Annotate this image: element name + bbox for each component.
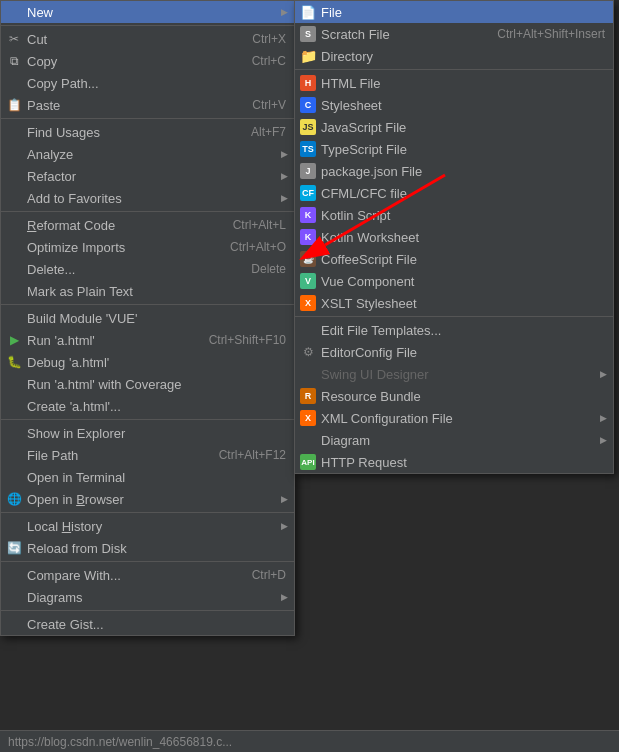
menu-item-coverage[interactable]: Run 'a.html' with Coverage — [1, 373, 294, 395]
sub-item-jsonfile[interactable]: J package.json File — [295, 160, 613, 182]
menu-item-analyze[interactable]: Analyze — [1, 143, 294, 165]
gist-icon — [5, 615, 23, 633]
sub-item-kotlinworksheet[interactable]: K Kotlin Worksheet — [295, 226, 613, 248]
menu-item-localhistory[interactable]: Local History — [1, 515, 294, 537]
sub-item-editorconfigfile[interactable]: ⚙ EditorConfig File — [295, 341, 613, 363]
menu-item-creategist[interactable]: Create Gist... — [1, 613, 294, 635]
menu-item-delete[interactable]: Delete... Delete — [1, 258, 294, 280]
separator-3 — [1, 211, 294, 212]
markplain-icon — [5, 282, 23, 300]
json-icon: J — [299, 162, 317, 180]
sub-item-stylesheet[interactable]: C Stylesheet — [295, 94, 613, 116]
sub-item-cfmlfile[interactable]: CF CFML/CFC file — [295, 182, 613, 204]
status-url: https://blog.csdn.net/wenlin_46656819.c.… — [8, 735, 232, 749]
copy-icon: ⧉ — [5, 52, 23, 70]
sub-item-vuecomponent[interactable]: V Vue Component — [295, 270, 613, 292]
vue-icon: V — [299, 272, 317, 290]
sub-label-xmlconfigfile: XML Configuration File — [321, 411, 453, 426]
separator-4 — [1, 304, 294, 305]
menu-item-diagrams[interactable]: Diagrams — [1, 586, 294, 608]
menu-item-debug[interactable]: 🐛 Debug 'a.html' — [1, 351, 294, 373]
menu-label-analyze: Analyze — [27, 147, 73, 162]
shortcut-optimize: Ctrl+Alt+O — [210, 240, 286, 254]
sub-label-htmlfile: HTML File — [321, 76, 380, 91]
menu-item-run[interactable]: ▶ Run 'a.html' Ctrl+Shift+F10 — [1, 329, 294, 351]
sub-item-directory[interactable]: 📁 Directory — [295, 45, 613, 67]
coverage-icon — [5, 375, 23, 393]
menu-item-openinterminal[interactable]: Open in Terminal — [1, 466, 294, 488]
sub-label-editorconfigfile: EditorConfig File — [321, 345, 417, 360]
shortcut-filepath: Ctrl+Alt+F12 — [199, 448, 286, 462]
sub-item-jsfile[interactable]: JS JavaScript File — [295, 116, 613, 138]
sub-item-editfiletemplates[interactable]: Edit File Templates... — [295, 319, 613, 341]
reformat-icon — [5, 216, 23, 234]
sub-item-swinguidesigner[interactable]: Swing UI Designer — [295, 363, 613, 385]
sub-item-kotlinscript[interactable]: K Kotlin Script — [295, 204, 613, 226]
menu-item-addtofavorites[interactable]: Add to Favorites — [1, 187, 294, 209]
sub-item-tsfile[interactable]: TS TypeScript File — [295, 138, 613, 160]
sub-item-coffeescript[interactable]: ☕ CoffeeScript File — [295, 248, 613, 270]
refactor-icon — [5, 167, 23, 185]
menu-item-comparewith[interactable]: Compare With... Ctrl+D — [1, 564, 294, 586]
xslt-icon: X — [299, 294, 317, 312]
menu-item-findusages[interactable]: Find Usages Alt+F7 — [1, 121, 294, 143]
status-bar: https://blog.csdn.net/wenlin_46656819.c.… — [0, 730, 619, 752]
menu-item-showinexplorer[interactable]: Show in Explorer — [1, 422, 294, 444]
sub-item-diagram[interactable]: Diagram — [295, 429, 613, 451]
sub-label-scratchfile: Scratch File — [321, 27, 390, 42]
menu-label-openinterminal: Open in Terminal — [27, 470, 125, 485]
menu-item-markplaintext[interactable]: Mark as Plain Text — [1, 280, 294, 302]
menu-label-cut: Cut — [27, 32, 47, 47]
sub-label-kotlinworksheet: Kotlin Worksheet — [321, 230, 419, 245]
shortcut-delete: Delete — [231, 262, 286, 276]
menu-item-optimizeimports[interactable]: Optimize Imports Ctrl+Alt+O — [1, 236, 294, 258]
menu-item-refactor[interactable]: Refactor — [1, 165, 294, 187]
sub-separator-2 — [295, 316, 613, 317]
terminal-icon — [5, 468, 23, 486]
menu-item-openinbrowser[interactable]: 🌐 Open in Browser — [1, 488, 294, 510]
menu-label-paste: Paste — [27, 98, 60, 113]
menu-label-openinbrowser: Open in Browser — [27, 492, 124, 507]
menu-item-reformatcode[interactable]: Reformat Code Ctrl+Alt+L — [1, 214, 294, 236]
shortcut-cut: Ctrl+X — [232, 32, 286, 46]
diagram-icon — [299, 431, 317, 449]
findusages-icon — [5, 123, 23, 141]
resource-icon: R — [299, 387, 317, 405]
sub-label-coffeescript: CoffeeScript File — [321, 252, 417, 267]
shortcut-compare: Ctrl+D — [232, 568, 286, 582]
menu-label-filepath: File Path — [27, 448, 78, 463]
separator-2 — [1, 118, 294, 119]
sub-item-xsltstylesheet[interactable]: X XSLT Stylesheet — [295, 292, 613, 314]
menu-item-copy[interactable]: ⧉ Copy Ctrl+C — [1, 50, 294, 72]
menu-item-copypath[interactable]: Copy Path... — [1, 72, 294, 94]
sub-item-resourcebundle[interactable]: R Resource Bundle — [295, 385, 613, 407]
run-icon: ▶ — [5, 331, 23, 349]
explorer-icon — [5, 424, 23, 442]
sub-item-file[interactable]: 📄 File — [295, 1, 613, 23]
menu-item-create[interactable]: Create 'a.html'... — [1, 395, 294, 417]
separator-7 — [1, 561, 294, 562]
menu-label-run: Run 'a.html' — [27, 333, 95, 348]
xml-icon: X — [299, 409, 317, 427]
left-context-menu: New ✂ Cut Ctrl+X ⧉ Copy Ctrl+C Copy Path… — [0, 0, 295, 636]
sub-item-xmlconfigfile[interactable]: X XML Configuration File — [295, 407, 613, 429]
menu-item-new[interactable]: New — [1, 1, 294, 23]
sub-item-httprequest[interactable]: API HTTP Request — [295, 451, 613, 473]
sub-label-xsltstylesheet: XSLT Stylesheet — [321, 296, 417, 311]
optimize-icon — [5, 238, 23, 256]
kt-icon: K — [299, 206, 317, 224]
menu-item-buildmodule[interactable]: Build Module 'VUE' — [1, 307, 294, 329]
css-icon: C — [299, 96, 317, 114]
copypath-icon — [5, 74, 23, 92]
menu-item-paste[interactable]: 📋 Paste Ctrl+V — [1, 94, 294, 116]
sub-item-htmlfile[interactable]: H HTML File — [295, 72, 613, 94]
sub-item-scratchfile[interactable]: S Scratch File Ctrl+Alt+Shift+Insert — [295, 23, 613, 45]
templates-icon — [299, 321, 317, 339]
sub-label-directory: Directory — [321, 49, 373, 64]
menu-label-findusages: Find Usages — [27, 125, 100, 140]
menu-item-filepath[interactable]: File Path Ctrl+Alt+F12 — [1, 444, 294, 466]
menu-item-cut[interactable]: ✂ Cut Ctrl+X — [1, 28, 294, 50]
menu-item-reloadfromdisk[interactable]: 🔄 Reload from Disk — [1, 537, 294, 559]
menu-label-coverage: Run 'a.html' with Coverage — [27, 377, 182, 392]
file-icon: 📄 — [299, 3, 317, 21]
